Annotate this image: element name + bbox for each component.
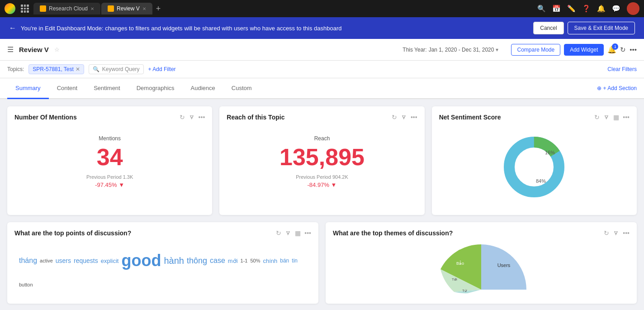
svg-text:Tới: Tới	[452, 277, 457, 281]
word-case[interactable]: case	[210, 257, 225, 265]
apps-grid-icon[interactable]	[21, 5, 29, 13]
browser-calendar-icon[interactable]: 📅	[552, 5, 561, 13]
more-icon[interactable]: •••	[411, 114, 417, 121]
back-arrow-icon[interactable]: ←	[9, 24, 16, 32]
add-filter-button[interactable]: + Add Filter	[148, 66, 176, 72]
browser-edit-icon[interactable]: ✏️	[567, 5, 576, 13]
browser-bell-icon[interactable]: 🔔	[597, 5, 606, 13]
toolbar-buttons: Compare Mode Add Widget 🔔 1 ↻ •••	[511, 44, 637, 56]
refresh-icon[interactable]: ↻	[392, 114, 397, 121]
svg-text:84%: 84%	[536, 178, 546, 184]
word-requests[interactable]: requests	[74, 257, 98, 264]
refresh-icon[interactable]: ↻	[604, 229, 609, 237]
more-icon[interactable]: •••	[199, 114, 205, 121]
word-users[interactable]: users	[56, 257, 71, 264]
word-chinh[interactable]: chính	[263, 258, 277, 264]
keyword-query-input[interactable]: 🔍 Keyword Query	[89, 64, 144, 74]
more-options-icon[interactable]: •••	[630, 46, 637, 53]
date-range-selector[interactable]: This Year: Jan 1, 2020 - Dec 31, 2020 ▾	[402, 47, 498, 53]
word-hanh[interactable]: hành	[164, 256, 184, 266]
more-icon[interactable]: •••	[623, 229, 630, 237]
word-50pct[interactable]: 50%	[250, 258, 260, 263]
pie-chart: Users Bảo Tới Tứ	[431, 242, 531, 296]
widget-reach: Reach of this Topic ↻ ⛛ ••• Reach 135,89…	[219, 106, 424, 215]
tab-research-cloud-label: Research Cloud	[49, 5, 88, 12]
tab-demographics-label: Demographics	[137, 85, 175, 91]
add-filter-label: + Add Filter	[148, 66, 176, 72]
svg-text:Users: Users	[497, 262, 511, 268]
tab-review-v[interactable]: Review V ✕	[101, 3, 152, 14]
filter-icon[interactable]: ⛛	[285, 229, 291, 237]
widget-points-header: What are the top points of discussion? ↻…	[14, 229, 311, 237]
word-button-label[interactable]: button	[19, 282, 33, 287]
word-tin[interactable]: tin	[292, 258, 298, 264]
bar-chart-icon[interactable]: ▦	[613, 114, 619, 121]
widget-themes-actions: ↻ ⛛ •••	[604, 229, 630, 237]
more-icon[interactable]: •••	[304, 229, 311, 237]
browser-search-icon[interactable]: 🔍	[537, 5, 546, 13]
tab-custom[interactable]: Custom	[223, 78, 260, 99]
refresh-icon[interactable]: ↻	[594, 114, 600, 121]
compare-mode-button[interactable]: Compare Mode	[511, 44, 560, 56]
word-good[interactable]: good	[121, 251, 161, 270]
word-active[interactable]: active	[40, 258, 53, 263]
filter-label: Topics:	[7, 66, 24, 72]
user-avatar[interactable]	[627, 2, 639, 15]
word-explicit[interactable]: explicit	[101, 258, 119, 264]
filter-tag-remove[interactable]: ✕	[76, 66, 80, 72]
word-1-1[interactable]: 1-1	[241, 258, 248, 263]
reach-value: 135,895	[227, 145, 417, 169]
new-tab-button[interactable]: +	[152, 4, 165, 14]
refresh-icon[interactable]: ↻	[276, 229, 281, 237]
browser-help-icon[interactable]: ❓	[582, 5, 591, 13]
mentions-label: Mentions	[14, 135, 205, 142]
tab-sentiment[interactable]: Sentiment	[85, 78, 128, 99]
tab-research-cloud[interactable]: Research Cloud ✕	[33, 3, 100, 14]
more-icon[interactable]: •••	[623, 114, 630, 121]
bar-chart-icon[interactable]: ▦	[295, 229, 301, 237]
save-exit-button[interactable]: Save & Exit Edit Mode	[568, 22, 635, 34]
widget-themes-title: What are the top themes of discussion?	[333, 229, 453, 237]
filter-icon[interactable]: ⛛	[613, 229, 619, 237]
notification-bell[interactable]: 🔔 1	[607, 45, 616, 54]
filter-tag[interactable]: SPR-57881, Test ✕	[28, 64, 84, 74]
add-widget-button[interactable]: Add Widget	[564, 44, 604, 56]
down-arrow-icon: ▼	[331, 181, 337, 188]
tab-audience[interactable]: Audience	[183, 78, 223, 99]
tab-review-favicon	[108, 5, 114, 12]
filter-icon[interactable]: ⛛	[603, 114, 610, 121]
browser-icons: 🔍 📅 ✏️ ❓ 🔔 💬	[537, 2, 639, 15]
filter-icon[interactable]: ⛛	[401, 114, 407, 121]
favorite-star-icon[interactable]: ☆	[54, 46, 60, 53]
word-moi[interactable]: mới	[228, 258, 238, 264]
widget-points-title: What are the top points of discussion?	[14, 229, 131, 237]
add-section-button[interactable]: ⊕ + Add Section	[597, 85, 637, 91]
add-section-label: + Add Section	[603, 85, 637, 91]
filter-tag-value: SPR-57881, Test	[33, 66, 74, 72]
refresh-icon[interactable]: ↻	[180, 114, 185, 121]
cancel-button[interactable]: Cancel	[533, 22, 564, 34]
mentions-change-value: -97.45%	[95, 181, 117, 188]
widget-mentions: Number Of Mentions ↻ ⛛ ••• Mentions 34 P…	[7, 106, 212, 215]
wordcloud-container: tháng active users requests explicit goo…	[14, 242, 311, 296]
mentions-prev: Previous Period 1.3K	[14, 174, 205, 180]
filters-bar: Topics: SPR-57881, Test ✕ 🔍 Keyword Quer…	[0, 61, 644, 78]
word-button[interactable]: tháng	[19, 257, 37, 265]
tab-content[interactable]: Content	[49, 78, 86, 99]
hamburger-icon[interactable]: ☰	[7, 45, 14, 54]
tab-summary[interactable]: Summary	[7, 78, 49, 99]
mentions-change: -97.45% ▼	[14, 181, 205, 188]
word-ban[interactable]: bán	[280, 258, 289, 264]
tab-close-research[interactable]: ✕	[90, 6, 94, 11]
reach-change: -84.97% ▼	[227, 181, 417, 188]
tab-favicon	[40, 5, 46, 12]
filter-icon[interactable]: ⛛	[189, 114, 195, 121]
tab-demographics[interactable]: Demographics	[128, 78, 183, 99]
tab-close-review[interactable]: ✕	[142, 6, 146, 11]
date-value: Jan 1, 2020 - Dec 31, 2020	[429, 47, 494, 53]
refresh-icon[interactable]: ↻	[620, 46, 626, 54]
browser-chat-icon[interactable]: 💬	[612, 5, 620, 13]
clear-filters-button[interactable]: Clear Filters	[607, 66, 637, 72]
tab-summary-label: Summary	[15, 85, 41, 91]
word-thong[interactable]: thông	[187, 256, 207, 266]
